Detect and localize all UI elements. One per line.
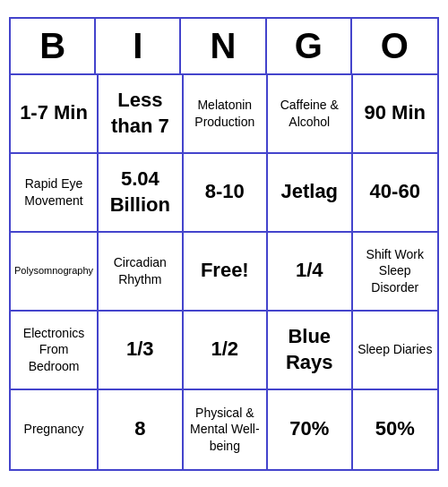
bingo-cell: 5.04 Billion — [99, 154, 183, 233]
bingo-cell: 70% — [268, 390, 352, 469]
bingo-cell: 8-10 — [184, 154, 268, 233]
bingo-cell: 1/3 — [99, 312, 183, 390]
bingo-cell: 1/2 — [184, 312, 268, 390]
bingo-cell: Electronics From Bedroom — [11, 312, 99, 390]
header-letter: I — [96, 19, 181, 73]
bingo-cell: Caffeine & Alcohol — [268, 75, 352, 154]
bingo-cell: Shift Work Sleep Disorder — [353, 233, 437, 312]
bingo-header: BINGO — [11, 19, 437, 75]
bingo-cell: 1/4 — [268, 233, 352, 312]
header-letter: G — [267, 19, 352, 73]
bingo-grid: 1-7 MinLess than 7Melatonin ProductionCa… — [11, 75, 437, 469]
bingo-cell: Melatonin Production — [184, 75, 268, 154]
bingo-cell: 50% — [353, 390, 437, 469]
bingo-cell: Free! — [184, 233, 268, 312]
header-letter: N — [181, 19, 266, 73]
header-letter: O — [352, 19, 437, 73]
bingo-cell: Physical & Mental Well-being — [184, 390, 268, 469]
bingo-cell: 8 — [99, 390, 183, 469]
bingo-card: BINGO 1-7 MinLess than 7Melatonin Produc… — [9, 17, 439, 471]
bingo-cell: 1-7 Min — [11, 75, 99, 154]
bingo-cell: Circadian Rhythm — [99, 233, 183, 312]
bingo-cell: Polysomnography — [11, 233, 99, 312]
bingo-cell: Sleep Diaries — [353, 312, 437, 390]
bingo-cell: Less than 7 — [99, 75, 183, 154]
bingo-cell: Jetlag — [268, 154, 352, 233]
bingo-cell: 40-60 — [353, 154, 437, 233]
bingo-cell: Blue Rays — [268, 312, 352, 390]
bingo-cell: 90 Min — [353, 75, 437, 154]
header-letter: B — [11, 19, 96, 73]
bingo-cell: Pregnancy — [11, 390, 99, 469]
bingo-cell: Rapid Eye Movement — [11, 154, 99, 233]
